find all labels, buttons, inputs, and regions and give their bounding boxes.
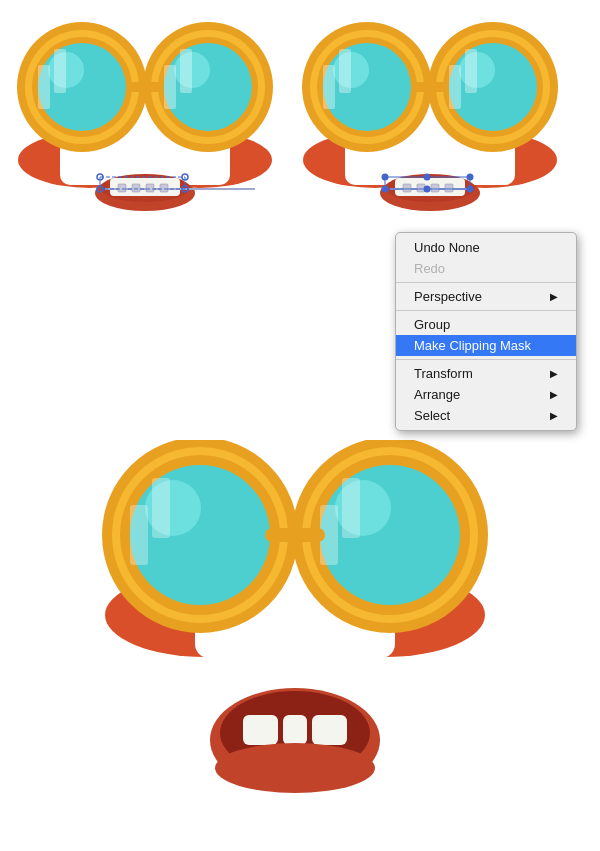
menu-item-arrange-label: Arrange (414, 387, 460, 402)
svg-rect-84 (265, 528, 325, 542)
svg-point-39 (323, 43, 411, 131)
menu-item-clipping-mask-label: Make Clipping Mask (414, 338, 531, 353)
face-top-right (295, 15, 565, 245)
svg-rect-42 (339, 49, 351, 93)
menu-item-undo-label: Undo None (414, 240, 480, 255)
svg-rect-23 (118, 184, 126, 192)
svg-rect-25 (146, 184, 154, 192)
menu-item-select-label: Select (414, 408, 450, 423)
menu-item-transform[interactable]: Transform ▶ (396, 363, 576, 384)
perspective-arrow-icon: ▶ (550, 291, 558, 302)
svg-point-14 (164, 43, 252, 131)
svg-rect-49 (465, 49, 477, 93)
face-bottom-center (95, 440, 495, 820)
svg-rect-76 (152, 478, 170, 538)
svg-rect-89 (312, 715, 347, 745)
svg-point-80 (320, 465, 460, 605)
menu-item-perspective[interactable]: Perspective ▶ (396, 286, 576, 307)
svg-rect-58 (445, 184, 453, 192)
menu-separator-3 (396, 359, 576, 360)
svg-rect-75 (130, 505, 148, 565)
menu-item-select[interactable]: Select ▶ (396, 405, 576, 426)
menu-item-perspective-label: Perspective (414, 289, 482, 304)
menu-item-group[interactable]: Group (396, 314, 576, 335)
svg-point-73 (130, 465, 270, 605)
svg-rect-88 (283, 715, 307, 745)
svg-point-7 (38, 43, 126, 131)
menu-item-clipping-mask[interactable]: Make Clipping Mask (396, 335, 576, 356)
menu-item-redo-label: Redo (414, 261, 445, 276)
svg-rect-55 (403, 184, 411, 192)
svg-rect-24 (132, 184, 140, 192)
menu-item-arrange[interactable]: Arrange ▶ (396, 384, 576, 405)
svg-rect-10 (54, 49, 66, 93)
menu-separator-1 (396, 282, 576, 283)
arrange-arrow-icon: ▶ (550, 389, 558, 400)
menu-item-transform-label: Transform (414, 366, 473, 381)
context-menu: Undo None Redo Perspective ▶ Group Make … (395, 232, 577, 431)
svg-rect-16 (164, 65, 176, 109)
svg-rect-57 (431, 184, 439, 192)
select-arrow-icon: ▶ (550, 410, 558, 421)
svg-rect-41 (323, 65, 335, 109)
svg-rect-18 (126, 82, 164, 92)
svg-rect-17 (180, 49, 192, 93)
svg-rect-9 (38, 65, 50, 109)
menu-item-group-label: Group (414, 317, 450, 332)
svg-point-46 (449, 43, 537, 131)
menu-item-undo[interactable]: Undo None (396, 237, 576, 258)
svg-rect-87 (243, 715, 278, 745)
svg-rect-50 (411, 82, 449, 92)
menu-item-redo: Redo (396, 258, 576, 279)
svg-point-90 (215, 743, 375, 793)
face-top-left (10, 15, 280, 245)
svg-rect-83 (342, 478, 360, 538)
canvas: Undo None Redo Perspective ▶ Group Make … (0, 0, 600, 851)
transform-arrow-icon: ▶ (550, 368, 558, 379)
svg-rect-26 (160, 184, 168, 192)
svg-rect-48 (449, 65, 461, 109)
menu-separator-2 (396, 310, 576, 311)
